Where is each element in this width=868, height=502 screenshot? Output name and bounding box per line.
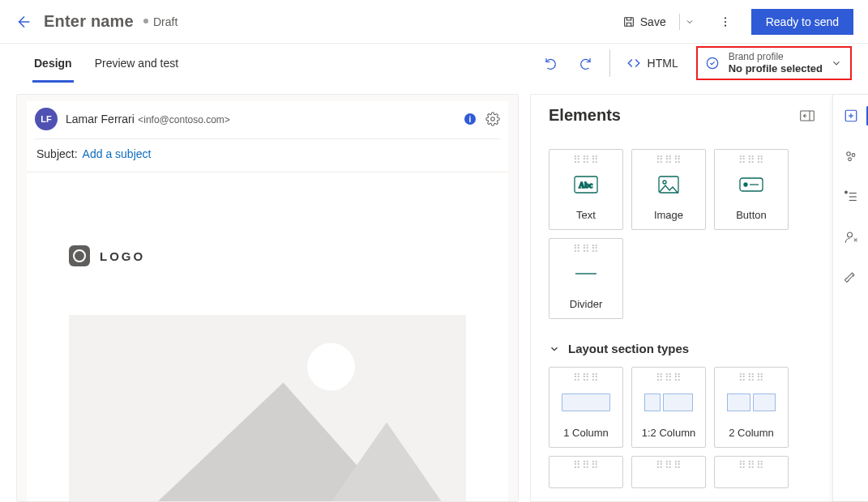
layout-2-column[interactable]: ⠿⠿⠿ 2 Column (714, 367, 789, 448)
gear-icon (704, 55, 720, 71)
layout-more-1[interactable]: ⠿⠿⠿ (549, 456, 623, 488)
redo-button[interactable] (577, 55, 593, 71)
rail-list[interactable]: * (840, 185, 862, 208)
undo-button[interactable] (543, 55, 559, 71)
brand-profile-label: Brand profile (729, 51, 823, 62)
rail-elements[interactable] (840, 104, 862, 127)
svg-point-4 (707, 57, 717, 68)
elements-panel-title: Elements (549, 106, 621, 125)
tab-preview[interactable]: Preview and test (93, 44, 181, 83)
svg-text:*: * (844, 189, 847, 197)
rail-brush[interactable] (840, 266, 862, 289)
save-button[interactable]: Save (622, 14, 695, 30)
logo-icon (69, 245, 90, 266)
svg-point-15 (744, 183, 747, 186)
divider (609, 49, 610, 77)
layout-1-column[interactable]: ⠿⠿⠿ 1 Column (549, 367, 623, 448)
layout-1-2-column[interactable]: ⠿⠿⠿ 1:2 Column (631, 367, 706, 448)
svg-point-23 (848, 158, 851, 161)
svg-point-1 (725, 17, 726, 19)
svg-rect-0 (624, 17, 633, 26)
name-input[interactable]: Enter name (44, 12, 134, 31)
element-divider[interactable]: ⠿⠿⠿ Divider (549, 238, 623, 319)
logo-block[interactable]: LOGO (69, 245, 466, 266)
expand-panel-icon[interactable] (800, 110, 815, 121)
layout-more-2[interactable]: ⠿⠿⠿ (631, 456, 706, 488)
svg-point-13 (663, 181, 666, 184)
from-email: <info@contoso.com> (138, 114, 230, 126)
back-button[interactable] (15, 12, 34, 32)
rail-person-add[interactable] (840, 226, 862, 249)
rail-people[interactable] (840, 145, 862, 168)
settings-icon[interactable] (485, 112, 500, 126)
element-button[interactable]: ⠿⠿⠿ Button (714, 149, 789, 230)
logo-text: LOGO (100, 249, 145, 263)
layout-section-toggle[interactable]: Layout section types (549, 342, 826, 355)
element-text[interactable]: ⠿⠿⠿ Abc Text (549, 149, 623, 230)
svg-rect-9 (801, 111, 815, 121)
more-options-button[interactable] (712, 9, 738, 35)
svg-text:Abc: Abc (579, 181, 593, 189)
ready-to-send-button[interactable]: Ready to send (751, 9, 853, 35)
chevron-down-icon (831, 57, 842, 69)
svg-point-21 (846, 152, 850, 156)
tab-design[interactable]: Design (32, 44, 74, 83)
svg-point-6 (307, 343, 355, 391)
element-image[interactable]: ⠿⠿⠿ Image (631, 149, 706, 230)
html-toggle[interactable]: HTML (626, 56, 678, 70)
svg-point-2 (725, 20, 726, 22)
save-dropdown[interactable] (679, 14, 695, 30)
image-placeholder[interactable] (69, 315, 466, 502)
svg-point-28 (847, 232, 852, 237)
svg-point-5 (491, 117, 495, 121)
avatar: LF (35, 108, 58, 130)
brand-profile-dropdown[interactable]: Brand profile No profile selected (696, 46, 852, 80)
subject-label: Subject: (36, 147, 78, 160)
email-canvas[interactable]: LF Lamar Ferrari <info@contoso.com> i Su… (16, 94, 519, 502)
brand-profile-value: No profile selected (729, 62, 823, 75)
subject-input[interactable]: Add a subject (83, 147, 152, 160)
svg-point-3 (725, 24, 726, 26)
layout-more-3[interactable]: ⠿⠿⠿ (714, 456, 789, 488)
status-badge: Draft (143, 15, 613, 28)
chevron-down-icon (549, 343, 560, 355)
svg-point-22 (852, 154, 855, 157)
from-name[interactable]: Lamar Ferrari (66, 113, 135, 126)
info-icon[interactable]: i (464, 113, 476, 125)
